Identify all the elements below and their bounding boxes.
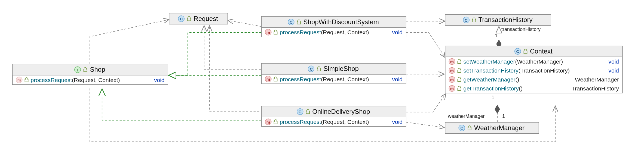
class-weathermanager-header: C WeatherManager [446,123,539,133]
role-transactionhistory: transactionHistory [501,27,541,32]
simpleshop-method-processrequest: m processRequest(Request, Context) void [262,75,406,84]
class-request-header: C Request [170,14,228,24]
dep-online-context [406,94,446,112]
lock-icon [83,67,87,72]
class-icon: C [514,48,521,55]
dep-online-weather [406,122,444,128]
method-params: (Request, Context) [72,77,120,83]
mult-weathermanager: 1 [502,113,505,119]
method-name: processRequest [31,77,72,83]
class-request-name: Request [194,15,218,23]
method-return: void [154,77,165,83]
class-weathermanager: C WeatherManager [445,122,539,134]
mult-transactionhistory: 1 [495,33,498,38]
lock-icon [24,77,29,82]
class-icon: C [463,17,469,23]
lock-icon [457,77,461,82]
context-getweathermanager: m getWeatherManager() WeatherManager [446,75,622,84]
class-simpleshop-header: C SimpleShop [262,64,406,75]
class-shopwithdiscount-name: ShopWithDiscountSystem [303,18,379,26]
interface-shop: I Shop m processRequest(Request, Context… [12,64,168,85]
context-gettransactionhistory: m getTransactionHistory() TransactionHis… [446,84,622,93]
method-icon: m [449,85,455,92]
class-simpleshop: C SimpleShop m processRequest(Request, C… [261,63,406,84]
method-icon: m [449,58,455,65]
lock-icon [457,86,461,91]
class-shopwithdiscount-header: C ShopWithDiscountSystem [262,17,406,28]
method-icon: m [449,76,455,83]
discount-method-processrequest: m processRequest(Request, Context) void [262,28,406,37]
class-request: C Request [169,13,228,24]
class-icon: C [288,19,295,25]
lock-icon [274,77,278,81]
interface-shop-header: I Shop [13,64,168,76]
class-transactionhistory-header: C TransactionHistory [446,15,551,25]
lock-icon [523,49,528,54]
dep-discount-context [406,33,445,58]
dep-shop-request [90,20,169,64]
method-icon: m [265,29,272,36]
interface-icon: I [74,67,81,73]
class-onlinedeliveryshop-header: C OnlineDeliveryShop [262,106,406,118]
realize-discount-shop [169,33,262,76]
method-icon: m [265,76,272,82]
realize-online-shop [102,89,261,120]
lock-icon [457,68,461,73]
class-shopwithdiscount: C ShopWithDiscountSystem m processReques… [261,16,406,37]
interface-shop-body: m processRequest(Request, Context) void [13,76,168,84]
class-transactionhistory: C TransactionHistory [445,14,551,26]
lock-icon [306,109,310,114]
class-icon: C [178,15,185,22]
context-settransactionhistory: m setTransactionHistory(TransactionHisto… [446,66,622,75]
lock-icon [317,67,321,71]
class-context-header: C Context [446,46,622,57]
dep-discount-request [228,20,261,27]
context-setweathermanager: m setWeatherManager(WeatherManager) void [446,57,622,66]
class-onlinedeliveryshop: C OnlineDeliveryShop m processRequest(Re… [261,106,406,127]
class-icon: C [308,66,315,72]
interface-shop-name: Shop [90,66,105,73]
lock-icon [457,59,461,64]
role-weathermanager: weatherManager [448,113,485,119]
lock-icon [468,125,472,130]
uml-class-diagram: C Request I Shop m processRequest(Reques… [0,0,644,154]
lock-icon [274,30,278,35]
diamond-weather [495,105,500,113]
method-icon: m [265,119,272,125]
class-icon: C [297,108,303,115]
lock-icon [274,120,278,124]
lock-icon [187,16,191,21]
class-context: C Context m setWeatherManager(WeatherMan… [445,46,623,93]
lock-icon [297,20,301,24]
lock-icon [472,18,476,23]
method-icon: m [16,77,23,83]
mult-context-one: 1 [492,95,494,100]
method-icon: m [449,67,455,74]
online-method-processrequest: m processRequest(Request, Context) void [262,117,406,126]
shop-method-processrequest: m processRequest(Request, Context) void [13,76,168,84]
class-icon: C [459,125,465,131]
